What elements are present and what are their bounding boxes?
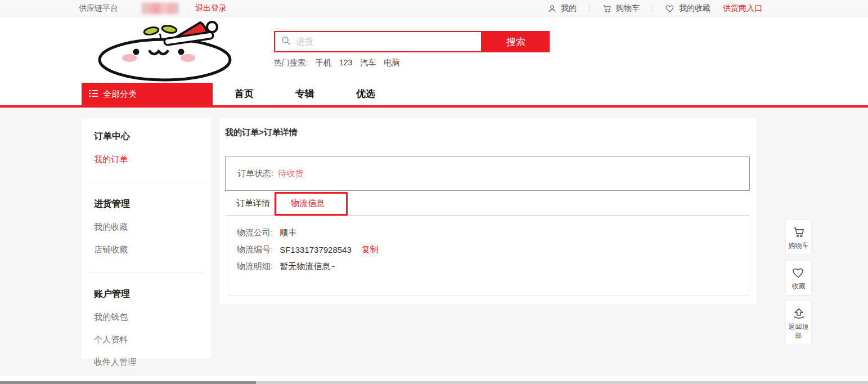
horizontal-scrollbar[interactable] [0,381,868,384]
topbar: 供应链平台 退出登录 我的 购物车 [0,0,868,17]
logistics-number-value: SF1331737928543 [280,245,352,254]
user-icon [547,4,557,14]
float-cart-label: 购物车 [789,242,809,249]
nav-links: 首页 专辑 优选 [235,83,375,105]
logistics-info-box: 物流公司: 顺丰 物流编号: SF1331737928543 复制 物流明细: … [228,216,749,296]
detail-tabs: 订单详情 物流信息 [225,191,750,216]
sidebar-section-account-management: 账户管理 [94,288,211,300]
back-to-top-button[interactable]: 返回顶部 [785,301,812,345]
order-detail-panel: 我的订单>订单详情 订单状态: 待收货 订单详情 物流信息 物流公司: 顺丰 物… [219,118,757,304]
sidebar-section-purchase-management: 进货管理 [94,198,211,210]
nav-link-preferred[interactable]: 优选 [356,83,375,105]
tab-logistics-info[interactable]: 物流信息 [291,191,325,216]
heart-icon [787,266,810,279]
scrollbar-thumb[interactable] [0,381,256,384]
logistics-company-row: 物流公司: 顺丰 [237,224,749,241]
logistics-detail-label: 物流明细: [237,261,273,272]
sidebar-item-recipient-management[interactable]: 收件人管理 [94,357,211,368]
username-redacted [142,3,179,14]
cart-icon [602,4,612,14]
all-categories-button[interactable]: 全部分类 [82,83,213,105]
sidebar-divider [88,272,204,273]
search-button[interactable]: 搜索 [482,31,550,52]
hot-search-item[interactable]: 手机 [316,58,331,68]
main-nav: 全部分类 首页 专辑 优选 [0,83,868,105]
favorites-label: 我的收藏 [679,3,710,14]
topbar-left: 供应链平台 退出登录 [79,0,227,17]
logistics-number-label: 物流编号: [237,244,273,255]
topbar-divider [652,5,653,12]
cart-label: 购物车 [616,3,640,14]
my-account-label: 我的 [561,3,577,14]
platform-title: 供应链平台 [79,3,118,14]
breadcrumb[interactable]: 我的订单>订单详情 [225,127,298,138]
menu-list-icon [89,90,98,99]
hot-search-row: 热门搜索: 手机 123 汽车 电脑 [274,58,399,68]
cart-icon [787,226,810,239]
heart-icon [665,4,675,14]
back-to-top-label: 返回顶部 [789,323,809,340]
search-icon [281,35,291,48]
my-account-link[interactable]: 我的 [547,3,577,14]
logistics-company-value: 顺丰 [280,227,296,238]
nav-link-home[interactable]: 首页 [235,83,254,105]
topbar-divider [187,5,187,12]
float-favorite-label: 收藏 [792,282,806,290]
sidebar-divider [88,182,204,182]
sidebar: 订单中心 我的订单 进货管理 我的收藏 店铺收藏 账户管理 我的钱包 个人资料 … [82,118,211,359]
sidebar-item-my-favorites[interactable]: 我的收藏 [94,222,211,233]
order-status-label: 订单状态: [237,168,273,179]
footer-strip [0,376,868,381]
arrow-up-icon [787,307,810,320]
hot-search-item[interactable]: 123 [339,58,352,68]
sidebar-item-my-orders[interactable]: 我的订单 [94,154,211,165]
hot-search-item[interactable]: 汽车 [360,58,376,68]
logistics-number-row: 物流编号: SF1331737928543 复制 [237,241,749,258]
cart-link[interactable]: 购物车 [602,3,640,14]
sidebar-item-profile[interactable]: 个人资料 [94,334,211,345]
nav-link-album[interactable]: 专辑 [295,83,314,105]
topbar-right: 我的 购物车 我的收藏 供货商入口 [547,0,762,17]
tab-order-detail[interactable]: 订单详情 [236,191,270,216]
floating-action-bar: 购物车 收藏 返回顶部 [785,220,812,345]
search-input[interactable] [296,37,481,47]
order-status-value: 待收货 [278,168,303,179]
logout-link[interactable]: 退出登录 [195,3,227,14]
sidebar-item-my-wallet[interactable]: 我的钱包 [94,312,211,323]
search-input-box [274,31,482,52]
hot-search-item[interactable]: 电脑 [384,58,399,68]
logistics-detail-row: 物流明细: 暂无物流信息~ [237,258,749,275]
topbar-divider [589,5,590,12]
logistics-detail-value: 暂无物流信息~ [280,261,335,272]
search-bar: 搜索 [274,31,550,52]
hot-search-label: 热门搜索: [274,58,308,68]
float-favorite-button[interactable]: 收藏 [785,260,812,296]
site-logo[interactable] [96,19,233,83]
copy-button[interactable]: 复制 [362,244,379,255]
order-status-box: 订单状态: 待收货 [225,157,750,191]
logistics-company-label: 物流公司: [237,227,273,238]
mascot-logo-image [96,19,233,83]
all-categories-label: 全部分类 [103,89,137,100]
supplier-entry-link[interactable]: 供货商入口 [723,3,762,14]
sidebar-section-order-center: 订单中心 [94,131,211,142]
favorites-link[interactable]: 我的收藏 [665,3,710,14]
float-cart-button[interactable]: 购物车 [785,220,812,255]
sidebar-item-shop-favorites[interactable]: 店铺收藏 [94,244,211,255]
